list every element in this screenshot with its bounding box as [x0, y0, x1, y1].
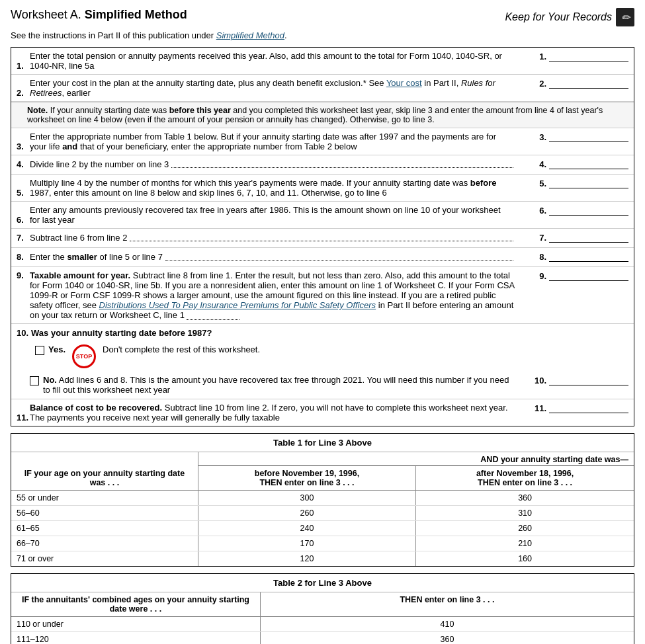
- page-header: Worksheet A. Simplified Method Keep for …: [11, 8, 634, 26]
- table-2: Table 2 for Line 3 Above IF the annuitan…: [11, 573, 634, 644]
- table1-after-cell: 160: [416, 551, 634, 567]
- line-2: 2.: [523, 78, 628, 90]
- table2-then-cell: 410: [260, 617, 634, 632]
- table2-then-cell: 360: [260, 632, 634, 645]
- table1-age-cell: 61–65: [11, 521, 198, 536]
- line-7: 7.: [523, 232, 628, 244]
- line-5: 5.: [523, 178, 628, 190]
- worksheet-title: Worksheet A. Simplified Method: [11, 8, 187, 22]
- table1-age-cell: 66–70: [11, 536, 198, 551]
- row-6: 6. Enter any amounts previously recovere…: [11, 202, 634, 229]
- stop-icon: STOP: [72, 344, 96, 368]
- table-row: 71 or over 120 160: [11, 551, 634, 567]
- row-3: 3. Enter the appropriate number from Tab…: [11, 128, 634, 155]
- keep-records-label: Keep for Your Records ✏: [505, 8, 634, 26]
- table-1: Table 1 for Line 3 Above IF your age on …: [11, 433, 634, 567]
- table1-after-cell: 310: [416, 506, 634, 521]
- table1-before-cell: 170: [198, 536, 415, 551]
- table1-age-cell: 55 or under: [11, 491, 198, 506]
- row-9: 9. Taxable amount for year. Subtract lin…: [11, 267, 634, 324]
- line-11: 11.: [523, 403, 628, 415]
- line-9: 9.: [523, 270, 628, 282]
- row-5: 5. Multiply line 4 by the number of mont…: [11, 175, 634, 202]
- table1-before-cell: 300: [198, 491, 415, 506]
- yes-checkbox[interactable]: [35, 346, 44, 355]
- subtitle: See the instructions in Part II of this …: [11, 30, 634, 40]
- table2-age-cell: 111–120: [11, 632, 260, 645]
- row-4: 4. Divide line 2 by the number on line 3…: [11, 155, 634, 175]
- row-1: 1. Enter the total pension or annuity pa…: [11, 48, 634, 75]
- table1-before-col-header: before November 19, 1996,THEN enter on l…: [198, 466, 415, 491]
- table-row: 61–65 240 260: [11, 521, 634, 536]
- line-4: 4.: [523, 159, 628, 171]
- row-11: 11. Balance of cost to be recovered. Sub…: [11, 399, 634, 426]
- table1-age-cell: 71 or over: [11, 551, 198, 567]
- table-row: 66–70 170 210: [11, 536, 634, 551]
- table1-before-cell: 240: [198, 521, 415, 536]
- table2-then-col-header: THEN enter on line 3 . . .: [260, 592, 634, 617]
- table1-after-cell: 210: [416, 536, 634, 551]
- table1-before-cell: 120: [198, 551, 415, 567]
- line-8: 8.: [523, 251, 628, 263]
- table1-after-cell: 260: [416, 521, 634, 536]
- table1-age-col-header: IF your age on your annuity starting dat…: [11, 452, 198, 491]
- distributions-link[interactable]: Distributions Used To Pay Insurance Prem…: [99, 300, 376, 310]
- table1-before-cell: 260: [198, 506, 415, 521]
- no-checkbox[interactable]: [30, 376, 39, 385]
- line-3: 3.: [523, 132, 628, 143]
- row-10-question: 10. Was your annuity starting date befor…: [11, 324, 634, 399]
- table2-age-cell: 110 or under: [11, 617, 260, 632]
- line-1: 1.: [523, 51, 628, 63]
- table1-age-cell: 56–60: [11, 506, 198, 521]
- row-2: 2. Enter your cost in the plan at the an…: [11, 75, 634, 102]
- table-1-title: Table 1 for Line 3 Above: [11, 434, 634, 452]
- simplified-method-link[interactable]: Simplified Method: [216, 30, 284, 40]
- note-block: Note. If your annuity starting date was …: [11, 102, 634, 128]
- table-row: 56–60 260 310: [11, 506, 634, 521]
- table-2-title: Table 2 for Line 3 Above: [11, 574, 634, 592]
- table-row: 55 or under 300 360: [11, 491, 634, 506]
- your-cost-link[interactable]: Your cost: [386, 78, 422, 88]
- table-row: 111–120 360: [11, 632, 634, 645]
- table1-after-col-header: after November 18, 1996,THEN enter on li…: [416, 466, 634, 491]
- table1-after-cell: 360: [416, 491, 634, 506]
- pencil-icon: ✏: [616, 8, 634, 26]
- row-7: 7. Subtract line 6 from line 2 7.: [11, 229, 634, 248]
- table2-age-col-header: IF the annuitants' combined ages on your…: [11, 592, 260, 617]
- row-10-yes: Yes. STOP Don't complete the rest of thi…: [30, 342, 628, 371]
- line-6: 6.: [523, 205, 628, 217]
- main-worksheet-box: 1. Enter the total pension or annuity pa…: [11, 47, 634, 426]
- table-row: 110 or under 410: [11, 617, 634, 632]
- table1-and-header: AND your annuity starting date was—: [198, 452, 634, 466]
- row-8: 8. Enter the smaller of line 5 or line 7…: [11, 248, 634, 267]
